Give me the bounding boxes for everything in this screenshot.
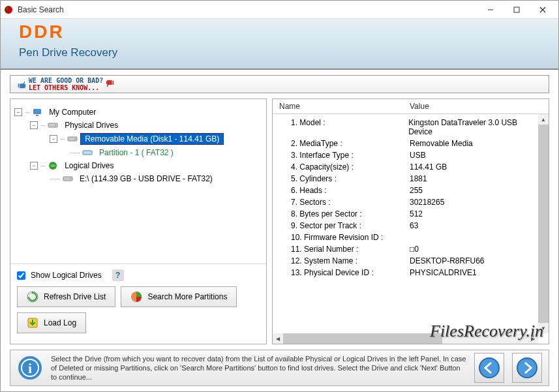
tree-removable-label: Removable Media (Disk1 - 114.41 GB) — [80, 133, 224, 145]
back-button[interactable] — [474, 353, 504, 383]
thumbs-up-icon — [17, 80, 26, 89]
download-icon — [27, 317, 38, 329]
property-row[interactable]: 5. Cylinders :1881 — [273, 173, 549, 185]
load-log-label: Load Log — [44, 318, 76, 327]
main-area: − ···· My Computer − ···· Physical Drive… — [1, 96, 558, 350]
property-value: □0 — [410, 245, 419, 254]
horizontal-scrollbar[interactable]: ◀ ▶ — [273, 333, 538, 344]
property-row[interactable]: 3. Interface Type :USB — [273, 149, 549, 161]
collapse-icon[interactable]: − — [30, 162, 38, 170]
property-name: 4. Capacity(size) : — [279, 162, 410, 172]
tree-root[interactable]: − ···· My Computer — [14, 106, 262, 119]
tree-removable-media[interactable]: − ···· Removable Media (Disk1 - 114.41 G… — [50, 132, 262, 146]
property-row[interactable]: 2. MediaType :Removable Media — [273, 138, 549, 149]
scroll-down-icon[interactable]: ▼ — [538, 323, 549, 333]
svg-text:i: i — [28, 361, 32, 376]
refresh-label: Refresh Drive List — [44, 292, 106, 301]
col-name-header: Name — [279, 102, 410, 111]
property-row[interactable]: 1. Model :Kingston DataTraveler 3.0 USB … — [273, 117, 549, 138]
svg-point-0 — [5, 6, 12, 14]
collapse-icon[interactable]: − — [14, 108, 22, 116]
tree-logical-drive-e[interactable]: ········· E:\ (114.39 GB - USB DRIVE - F… — [50, 172, 262, 185]
svg-rect-3 — [514, 7, 519, 12]
scroll-right-icon[interactable]: ▶ — [528, 333, 538, 344]
search-more-button[interactable]: Search More Partitions — [121, 286, 237, 307]
search-more-label: Search More Partitions — [147, 292, 227, 301]
property-row[interactable]: 11. Serial Number :□0 — [273, 243, 549, 255]
feedback-line1: WE ARE GOOD OR BAD? — [29, 77, 103, 84]
property-value: 1881 — [410, 174, 427, 183]
maximize-button[interactable] — [504, 1, 530, 18]
property-name: 11. Serial Number : — [279, 245, 410, 254]
property-row[interactable]: 10. Firmware Revision ID : — [273, 232, 549, 243]
properties-list: 1. Model :Kingston DataTraveler 3.0 USB … — [273, 114, 549, 281]
drive-tree: − ···· My Computer − ···· Physical Drive… — [10, 99, 266, 264]
help-icon[interactable]: ? — [112, 269, 124, 281]
property-value: DESKTOP-R8RFU66 — [410, 256, 484, 265]
show-logical-checkbox[interactable] — [17, 271, 25, 280]
property-row[interactable]: 6. Heads :255 — [273, 185, 549, 196]
scroll-up-icon[interactable]: ▲ — [538, 114, 549, 125]
thumbs-down-icon — [106, 80, 115, 89]
property-value: PHYSICALDRIVE1 — [410, 268, 477, 277]
app-icon — [3, 5, 14, 15]
titlebar: Basic Search — [1, 1, 558, 19]
next-button[interactable] — [512, 353, 542, 383]
property-row[interactable]: 9. Sector per Track :63 — [273, 220, 549, 232]
svg-point-1 — [6, 7, 8, 10]
show-logical-label: Show Logical Drives — [31, 271, 102, 280]
col-value-header: Value — [410, 102, 429, 111]
property-name: 5. Cylinders : — [279, 174, 410, 183]
drive-icon — [82, 147, 93, 158]
tree-partition[interactable]: ········· Partition - 1 ( FAT32 ) — [69, 146, 262, 159]
tree-logical-drives[interactable]: − ···· Logical Drives — [30, 159, 262, 172]
collapse-icon[interactable]: − — [50, 135, 57, 143]
property-value: Removable Media — [410, 139, 473, 148]
svg-point-24 — [517, 358, 537, 378]
header-banner: DDR Pen Drive Recovery — [1, 19, 558, 70]
tree-root-label: My Computer — [45, 107, 100, 117]
feedback-line2: LET OTHERS KNOW... — [29, 84, 99, 91]
feedback-button[interactable]: WE ARE GOOD OR BAD?LET OTHERS KNOW... — [10, 75, 549, 93]
tree-physical-drives[interactable]: − ···· Physical Drives — [30, 119, 262, 132]
svg-rect-7 — [36, 115, 38, 116]
drive-icon — [67, 134, 78, 144]
properties-header: Name Value — [273, 99, 549, 114]
refresh-button[interactable]: Refresh Drive List — [17, 286, 115, 307]
property-row[interactable]: 8. Bytes per Sector :512 — [273, 208, 549, 220]
drive-icon — [48, 120, 58, 130]
property-name: 6. Heads : — [279, 186, 410, 195]
tree-logical-drive-label: E:\ (114.39 GB - USB DRIVE - FAT32) — [76, 173, 217, 184]
minimize-button[interactable] — [477, 1, 504, 18]
drive-icon — [63, 173, 73, 184]
left-panel-controls: Show Logical Drives ? Refresh Drive List… — [10, 264, 266, 344]
app-subtitle: Pen Drive Recovery — [19, 46, 540, 59]
svg-point-11 — [74, 138, 76, 140]
close-button[interactable] — [530, 1, 556, 18]
property-row[interactable]: 13. Physical Device ID :PHYSICALDRIVE1 — [273, 267, 549, 279]
property-value: USB — [410, 151, 426, 160]
property-row[interactable]: 4. Capacity(size) :114.41 GB — [273, 161, 549, 173]
load-log-button[interactable]: Load Log — [17, 312, 86, 333]
property-name: 13. Physical Device ID : — [279, 268, 410, 277]
property-name: 8. Bytes per Sector : — [279, 209, 410, 219]
svg-point-23 — [479, 358, 499, 378]
hint-text: Select the Drive (from which you want to… — [51, 354, 466, 382]
computer-icon — [32, 107, 42, 117]
tree-partition-label: Partition - 1 ( FAT32 ) — [95, 147, 177, 158]
footer-bar: i Select the Drive (from which you want … — [10, 350, 549, 386]
svg-point-15 — [70, 178, 71, 179]
refresh-icon — [27, 291, 38, 303]
scroll-left-icon[interactable]: ◀ — [273, 333, 283, 344]
scroll-thumb[interactable] — [283, 333, 442, 344]
pie-icon — [130, 291, 142, 303]
scroll-thumb[interactable] — [538, 125, 549, 323]
vertical-scrollbar[interactable]: ▲ ▼ — [538, 114, 549, 333]
property-row[interactable]: 7. Sectors :30218265 — [273, 196, 549, 208]
property-row[interactable]: 12. System Name :DESKTOP-R8RFU66 — [273, 255, 549, 267]
collapse-icon[interactable]: − — [30, 121, 38, 129]
property-value: 30218265 — [410, 198, 444, 207]
property-value: 512 — [410, 209, 423, 219]
drive-tree-panel: − ···· My Computer − ···· Physical Drive… — [10, 98, 267, 344]
property-name: 12. System Name : — [279, 256, 410, 265]
